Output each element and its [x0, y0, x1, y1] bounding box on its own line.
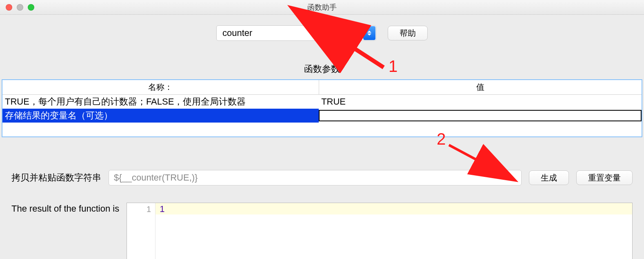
top-bar: counter 帮助 — [0, 15, 644, 41]
result-line: 1 — [155, 203, 632, 214]
window-title: 函数助手 — [0, 2, 644, 12]
params-table: 名称： 值 TRUE，每个用户有自己的计数器；FALSE，使用全局计数器 TRU… — [2, 80, 642, 123]
traffic-lights — [0, 4, 34, 11]
param-name-cell: 存储结果的变量名（可选） — [2, 109, 319, 123]
result-row: The result of the function is 1 1 — [0, 203, 644, 259]
params-table-frame: 名称： 值 TRUE，每个用户有自己的计数器；FALSE，使用全局计数器 TRU… — [2, 79, 642, 137]
select-stepper-icon[interactable] — [363, 26, 375, 40]
function-string-input[interactable]: ${__counter(TRUE,)} — [109, 170, 522, 185]
zoom-window-button[interactable] — [28, 4, 34, 11]
function-select[interactable]: counter — [216, 25, 376, 41]
col-value-header: 值 — [319, 80, 642, 95]
result-label: The result of the function is — [11, 203, 119, 214]
chevron-up-icon — [367, 31, 371, 33]
table-row[interactable]: 存储结果的变量名（可选） — [2, 109, 642, 123]
function-select-value: counter — [216, 25, 376, 41]
close-window-button[interactable] — [6, 4, 12, 11]
help-button[interactable]: 帮助 — [388, 26, 428, 40]
param-value-cell[interactable]: TRUE — [319, 95, 642, 109]
param-value-cell[interactable] — [319, 109, 642, 123]
annotation-arrow-2 — [449, 145, 480, 161]
function-string-row: 拷贝并粘贴函数字符串 ${__counter(TRUE,)} 生成 重置变量 — [0, 170, 644, 185]
reset-vars-button[interactable]: 重置变量 — [576, 170, 633, 185]
function-string-label: 拷贝并粘贴函数字符串 — [11, 172, 101, 184]
titlebar: 函数助手 — [0, 0, 644, 15]
result-code-area[interactable]: 1 — [155, 203, 632, 259]
table-row[interactable]: TRUE，每个用户有自己的计数器；FALSE，使用全局计数器 TRUE — [2, 95, 642, 109]
result-textarea[interactable]: 1 1 — [127, 203, 633, 259]
col-name-header: 名称： — [2, 80, 319, 95]
minimize-window-button[interactable] — [17, 4, 23, 11]
param-name-cell: TRUE，每个用户有自己的计数器；FALSE，使用全局计数器 — [2, 95, 319, 109]
param-value-input[interactable] — [319, 110, 642, 121]
line-number-gutter: 1 — [127, 203, 155, 259]
generate-button[interactable]: 生成 — [529, 170, 569, 185]
chevron-down-icon — [367, 33, 371, 36]
params-section-title: 函数参数 — [0, 63, 644, 75]
